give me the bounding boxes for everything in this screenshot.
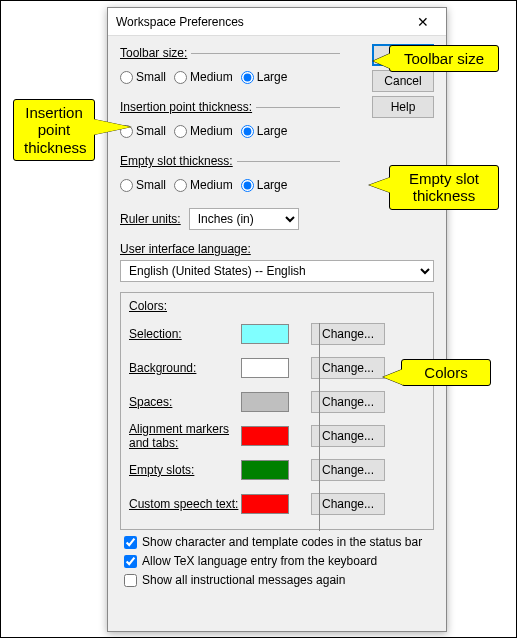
color-swatch-background bbox=[241, 358, 289, 378]
callout-toolbar-size: Toolbar size bbox=[389, 45, 499, 72]
color-swatch-alignment bbox=[241, 426, 289, 446]
empty-slot-small[interactable]: Small bbox=[120, 178, 166, 192]
cancel-button[interactable]: Cancel bbox=[372, 70, 434, 92]
close-icon[interactable]: ✕ bbox=[408, 10, 438, 34]
callout-pointer-icon bbox=[93, 119, 131, 135]
color-swatch-selection bbox=[241, 324, 289, 344]
check-status-bar[interactable]: Show character and template codes in the… bbox=[124, 535, 434, 549]
insertion-thickness-legend: Insertion point thickness: bbox=[120, 100, 256, 114]
color-swatch-speech bbox=[241, 494, 289, 514]
empty-slot-medium[interactable]: Medium bbox=[174, 178, 233, 192]
callout-pointer-icon bbox=[383, 369, 403, 385]
color-row-alignment: Alignment markers and tabs: Change... bbox=[129, 419, 425, 453]
toolbar-size-group: Toolbar size: Small Medium Large bbox=[120, 46, 340, 90]
callout-colors: Colors bbox=[401, 359, 491, 386]
color-row-spaces: Spaces: Change... bbox=[129, 385, 425, 419]
toolbar-size-legend: Toolbar size: bbox=[120, 46, 191, 60]
empty-slot-legend: Empty slot thickness: bbox=[120, 154, 237, 168]
insertion-large[interactable]: Large bbox=[241, 124, 288, 138]
titlebar: Workspace Preferences ✕ bbox=[108, 8, 446, 36]
check-instructional-messages[interactable]: Show all instructional messages again bbox=[124, 573, 434, 587]
color-swatch-spaces bbox=[241, 392, 289, 412]
color-row-empty-slots: Empty slots: Change... bbox=[129, 453, 425, 487]
callout-insertion-thickness: Insertionpointthickness bbox=[13, 99, 95, 161]
insertion-medium[interactable]: Medium bbox=[174, 124, 233, 138]
callout-pointer-icon bbox=[369, 177, 391, 193]
change-button-alignment[interactable]: Change... bbox=[311, 425, 385, 447]
check-tex-entry[interactable]: Allow TeX language entry from the keyboa… bbox=[124, 554, 434, 568]
preferences-dialog: Workspace Preferences ✕ OK Cancel Help T… bbox=[107, 7, 447, 632]
toolbar-size-medium[interactable]: Medium bbox=[174, 70, 233, 84]
ui-language-select[interactable]: English (United States) -- English bbox=[120, 260, 434, 282]
color-row-speech: Custom speech text: Change... bbox=[129, 487, 425, 521]
change-button-background[interactable]: Change... bbox=[311, 357, 385, 379]
toolbar-size-large[interactable]: Large bbox=[241, 70, 288, 84]
color-row-selection: Selection: Change... bbox=[129, 317, 425, 351]
colors-divider bbox=[319, 323, 320, 531]
ui-language-label: User interface language: bbox=[120, 242, 434, 256]
empty-slot-group: Empty slot thickness: Small Medium Large bbox=[120, 154, 340, 198]
change-button-speech[interactable]: Change... bbox=[311, 493, 385, 515]
ruler-units-label: Ruler units: bbox=[120, 212, 181, 226]
change-button-empty-slots[interactable]: Change... bbox=[311, 459, 385, 481]
color-swatch-empty-slots bbox=[241, 460, 289, 480]
ruler-units-select[interactable]: Inches (in) bbox=[189, 208, 299, 230]
callout-pointer-icon bbox=[373, 53, 391, 69]
colors-title: Colors: bbox=[129, 299, 425, 313]
color-row-background: Background: Change... bbox=[129, 351, 425, 385]
toolbar-size-small[interactable]: Small bbox=[120, 70, 166, 84]
change-button-selection[interactable]: Change... bbox=[311, 323, 385, 345]
callout-empty-slot-thickness: Empty slotthickness bbox=[389, 165, 499, 210]
colors-group: Colors: Selection: Change... Background:… bbox=[120, 292, 434, 530]
change-button-spaces[interactable]: Change... bbox=[311, 391, 385, 413]
empty-slot-large[interactable]: Large bbox=[241, 178, 288, 192]
window-title: Workspace Preferences bbox=[116, 15, 408, 29]
insertion-thickness-group: Insertion point thickness: Small Medium … bbox=[120, 100, 340, 144]
help-button[interactable]: Help bbox=[372, 96, 434, 118]
